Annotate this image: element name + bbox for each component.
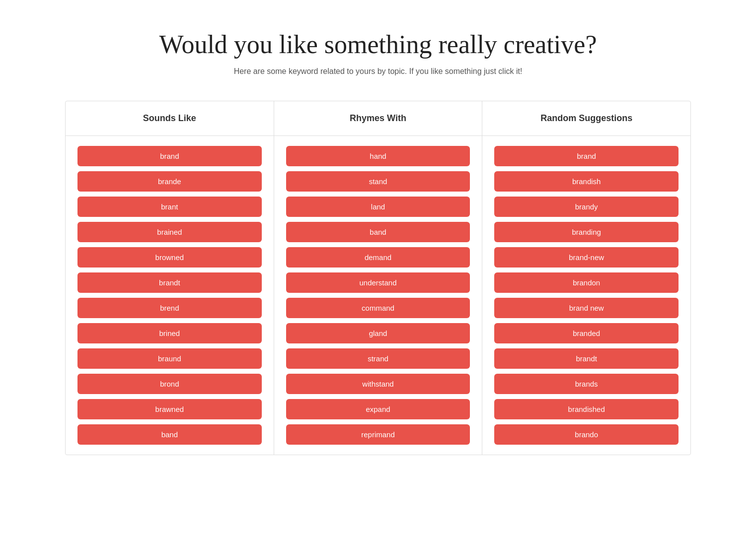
keyword-btn-brined[interactable]: brined bbox=[77, 323, 262, 343]
column-header-random-suggestions: Random Suggestions bbox=[482, 101, 690, 136]
column-items-sounds-like: brandbrandebrantbrainedbrownedbrandtbren… bbox=[66, 136, 274, 455]
keyword-btn-brand[interactable]: brand bbox=[494, 146, 679, 166]
keyword-btn-brand[interactable]: brand bbox=[77, 146, 262, 166]
page-title: Would you like something really creative… bbox=[65, 30, 691, 59]
keyword-btn-land[interactable]: land bbox=[286, 197, 470, 217]
keyword-btn-demand[interactable]: demand bbox=[286, 247, 470, 268]
column-random-suggestions: Random Suggestionsbrandbrandishbrandybra… bbox=[482, 101, 690, 455]
keyword-btn-branding[interactable]: branding bbox=[494, 222, 679, 242]
keyword-btn-brand-new[interactable]: brand new bbox=[494, 298, 679, 318]
column-items-random-suggestions: brandbrandishbrandybrandingbrand-newbran… bbox=[482, 136, 690, 455]
keyword-btn-brandon[interactable]: brandon bbox=[494, 272, 679, 293]
keyword-btn-understand[interactable]: understand bbox=[286, 272, 470, 293]
keyword-btn-band[interactable]: band bbox=[286, 222, 470, 242]
keyword-btn-brandt[interactable]: brandt bbox=[77, 272, 262, 293]
keyword-btn-reprimand[interactable]: reprimand bbox=[286, 424, 470, 445]
keyword-btn-braund[interactable]: braund bbox=[77, 348, 262, 369]
keyword-btn-brands[interactable]: brands bbox=[494, 374, 679, 394]
keyword-btn-brandished[interactable]: brandished bbox=[494, 399, 679, 419]
keyword-btn-brandish[interactable]: brandish bbox=[494, 171, 679, 192]
keyword-btn-brend[interactable]: brend bbox=[77, 298, 262, 318]
keyword-btn-gland[interactable]: gland bbox=[286, 323, 470, 343]
keyword-btn-withstand[interactable]: withstand bbox=[286, 374, 470, 394]
column-header-sounds-like: Sounds Like bbox=[66, 101, 274, 136]
keyword-btn-expand[interactable]: expand bbox=[286, 399, 470, 419]
keyword-btn-hand[interactable]: hand bbox=[286, 146, 470, 166]
keyword-btn-browned[interactable]: browned bbox=[77, 247, 262, 268]
column-sounds-like: Sounds Likebrandbrandebrantbrainedbrowne… bbox=[66, 101, 274, 455]
keyword-btn-brandt[interactable]: brandt bbox=[494, 348, 679, 369]
keyword-btn-branded[interactable]: branded bbox=[494, 323, 679, 343]
page-subtitle: Here are some keyword related to yours b… bbox=[65, 67, 691, 76]
keyword-btn-brandy[interactable]: brandy bbox=[494, 197, 679, 217]
keyword-btn-brando[interactable]: brando bbox=[494, 424, 679, 445]
page-container: Would you like something really creative… bbox=[55, 0, 701, 485]
keyword-btn-stand[interactable]: stand bbox=[286, 171, 470, 192]
keyword-btn-band[interactable]: band bbox=[77, 424, 262, 445]
columns-wrapper: Sounds Likebrandbrandebrantbrainedbrowne… bbox=[65, 101, 691, 455]
keyword-btn-brant[interactable]: brant bbox=[77, 197, 262, 217]
column-header-rhymes-with: Rhymes With bbox=[274, 101, 482, 136]
keyword-btn-brawned[interactable]: brawned bbox=[77, 399, 262, 419]
keyword-btn-strand[interactable]: strand bbox=[286, 348, 470, 369]
keyword-btn-brond[interactable]: brond bbox=[77, 374, 262, 394]
keyword-btn-brande[interactable]: brande bbox=[77, 171, 262, 192]
keyword-btn-brained[interactable]: brained bbox=[77, 222, 262, 242]
column-rhymes-with: Rhymes Withhandstandlandbanddemandunders… bbox=[274, 101, 483, 455]
keyword-btn-brand-new[interactable]: brand-new bbox=[494, 247, 679, 268]
keyword-btn-command[interactable]: command bbox=[286, 298, 470, 318]
column-items-rhymes-with: handstandlandbanddemandunderstandcommand… bbox=[274, 136, 482, 455]
